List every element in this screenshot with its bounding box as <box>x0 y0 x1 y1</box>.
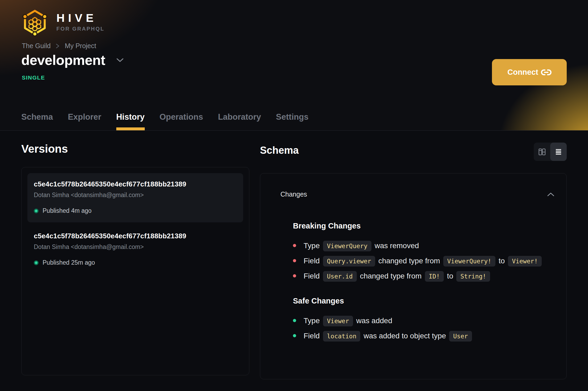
change-text: Field <box>304 257 320 265</box>
schema-panel: Schema <box>260 143 567 379</box>
code-chip: ID! <box>425 271 444 282</box>
change-text: changed type from <box>360 272 422 280</box>
hive-logo-icon <box>21 7 49 37</box>
columns-view-button[interactable] <box>534 143 550 161</box>
version-item[interactable]: c5e4c1c5f78b26465350e4ecf677cf188bb21389… <box>27 173 243 222</box>
bullet-icon <box>293 334 296 337</box>
change-text: to <box>499 257 505 265</box>
change-section-heading: Breaking Changes <box>293 222 555 230</box>
target-type-badge: SINGLE <box>22 74 45 81</box>
tab-laboratory[interactable]: Laboratory <box>218 112 261 130</box>
brand-text: HIVE FOR GRAPHQL <box>56 12 105 32</box>
code-chip: User.id <box>323 271 357 282</box>
change-list: TypeViewerwas addedFieldlocationwas adde… <box>293 313 550 344</box>
versions-panel: Versions c5e4c1c5f78b26465350e4ecf677cf1… <box>21 143 249 375</box>
change-section-breaking: Breaking ChangesTypeViewerQuerywas remov… <box>293 222 555 284</box>
breadcrumb: The Guild My Project <box>22 42 96 50</box>
code-chip: User <box>449 331 472 342</box>
version-status-text: Published 4m ago <box>43 207 92 214</box>
tab-schema[interactable]: Schema <box>21 112 53 130</box>
header: HIVE FOR GRAPHQL The Guild My Project de… <box>0 0 588 131</box>
page-title: development <box>21 52 105 68</box>
change-item: Fieldlocationwas added to object typeUse… <box>293 328 550 344</box>
change-section-heading: Safe Changes <box>293 297 555 305</box>
versions-title: Versions <box>21 143 249 155</box>
version-hash: c5e4c1c5f78b26465350e4ecf677cf188bb21389 <box>34 180 237 188</box>
code-chip: Viewer <box>323 316 353 326</box>
change-section-safe: Safe ChangesTypeViewerwas addedFieldloca… <box>293 297 555 344</box>
code-chip: String! <box>456 271 490 282</box>
change-text: was added to object type <box>363 332 446 340</box>
connect-button-label: Connect <box>507 68 538 77</box>
changes-body: Breaking ChangesTypeViewerQuerywas remov… <box>280 222 555 344</box>
version-list: c5e4c1c5f78b26465350e4ecf677cf188bb21389… <box>21 167 249 375</box>
version-author: Dotan Simha <dotansimha@gmail.com> <box>34 243 237 251</box>
columns-icon <box>538 148 546 156</box>
title-row: development <box>21 52 124 68</box>
version-author: Dotan Simha <dotansimha@gmail.com> <box>34 192 237 199</box>
collapse-chevron-up-icon <box>547 192 555 197</box>
version-status: Published 4m ago <box>34 207 237 214</box>
changes-title: Changes <box>280 190 307 198</box>
breadcrumb-organization[interactable]: The Guild <box>22 42 51 50</box>
code-chip: Viewer! <box>508 256 542 267</box>
schema-title: Schema <box>260 145 299 156</box>
tabs: SchemaExplorerHistoryOperationsLaborator… <box>21 112 308 130</box>
list-view-button[interactable] <box>550 143 567 161</box>
published-dot-icon <box>34 260 39 265</box>
change-item: FieldUser.idchanged type fromID!toString… <box>293 269 550 284</box>
brand[interactable]: HIVE FOR GRAPHQL <box>21 7 105 37</box>
code-chip: Query.viewer <box>323 256 375 267</box>
change-item: FieldQuery.viewerchanged type fromViewer… <box>293 253 550 269</box>
change-list: TypeViewerQuerywas removedFieldQuery.vie… <box>293 238 550 284</box>
connect-button[interactable]: Connect <box>492 59 567 85</box>
link-icon <box>541 67 552 78</box>
change-text: Field <box>304 272 320 280</box>
bullet-icon <box>293 274 296 277</box>
brand-tagline: FOR GRAPHQL <box>56 26 105 32</box>
published-dot-icon <box>34 209 39 213</box>
change-item: TypeViewerQuerywas removed <box>293 238 550 253</box>
breadcrumb-project[interactable]: My Project <box>65 42 96 50</box>
brand-name: HIVE <box>56 12 105 24</box>
change-text: was added <box>356 317 392 325</box>
change-text: to <box>447 272 453 280</box>
tab-settings[interactable]: Settings <box>276 112 308 130</box>
tab-history[interactable]: History <box>116 112 145 130</box>
change-text: changed type from <box>378 257 440 265</box>
bullet-icon <box>293 244 296 247</box>
tab-operations[interactable]: Operations <box>160 112 203 130</box>
list-icon <box>554 148 562 156</box>
change-text: Field <box>304 332 320 340</box>
version-status: Published 25m ago <box>34 259 237 266</box>
change-text: Type <box>304 317 320 325</box>
change-item: TypeViewerwas added <box>293 313 550 328</box>
tab-explorer[interactable]: Explorer <box>68 112 101 130</box>
code-chip: ViewerQuery! <box>443 256 495 267</box>
version-status-text: Published 25m ago <box>43 259 95 266</box>
changes-card: Changes Breaking ChangesTypeViewerQueryw… <box>260 173 567 379</box>
code-chip: location <box>323 331 361 342</box>
version-item[interactable]: c5e4c1c5f78b26465350e4ecf677cf188bb21389… <box>27 225 243 274</box>
code-chip: ViewerQuery <box>323 241 371 251</box>
version-hash: c5e4c1c5f78b26465350e4ecf677cf188bb21389 <box>34 232 237 240</box>
change-text: was removed <box>375 242 419 250</box>
breadcrumb-chevron-right-icon <box>55 43 60 49</box>
bullet-icon <box>293 259 296 262</box>
target-selector-chevron-down-icon[interactable] <box>116 57 124 63</box>
view-toggle <box>534 143 567 161</box>
change-text: Type <box>304 242 320 250</box>
bullet-icon <box>293 319 296 322</box>
changes-collapsible-header[interactable]: Changes <box>280 190 555 198</box>
schema-panel-header: Schema <box>260 143 567 161</box>
